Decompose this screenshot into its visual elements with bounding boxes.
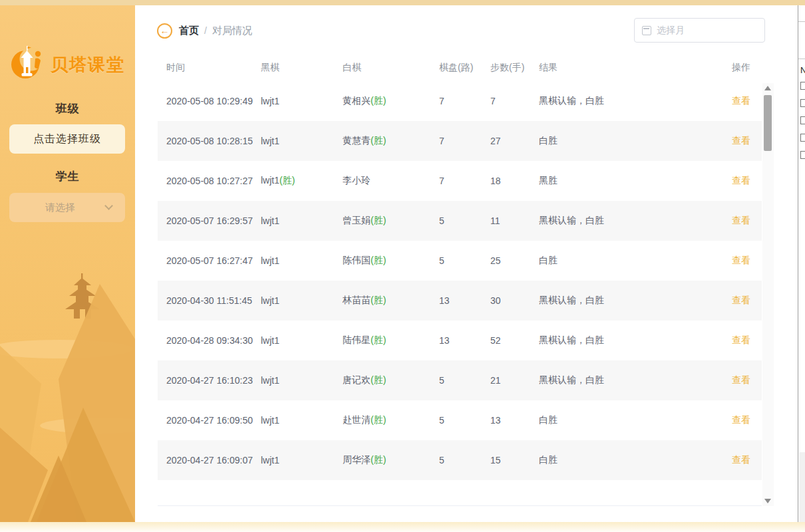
white-win-badge: (胜) — [371, 295, 386, 305]
cell-white-player: 陆伟星(胜) — [343, 334, 439, 346]
breadcrumb-separator: / — [204, 25, 207, 36]
table-row: 2020-05-08 10:27:27 lwjt1(胜) 李小玲 7 18 黑胜… — [158, 161, 762, 201]
header-black: 黑棋 — [261, 62, 343, 74]
app-logo: 贝塔课堂 — [11, 43, 130, 86]
cell-result: 白胜 — [539, 255, 719, 267]
breadcrumb-home[interactable]: 首页 — [179, 25, 199, 37]
white-win-badge: (胜) — [371, 255, 386, 265]
black-player-name: lwjt1 — [261, 136, 279, 146]
scroll-up-icon[interactable] — [764, 86, 771, 90]
cell-black-player: lwjt1 — [261, 415, 343, 426]
white-win-badge: (胜) — [371, 215, 386, 225]
month-picker-input[interactable]: 选择月 — [634, 18, 765, 43]
black-player-name: lwjt1 — [261, 295, 279, 306]
black-player-name: lwjt1 — [261, 415, 279, 426]
cell-action: 查看 — [719, 414, 762, 426]
cell-board-size: 13 — [439, 295, 490, 306]
partial-window-divider — [798, 59, 805, 59]
view-link[interactable]: 查看 — [732, 215, 750, 225]
cell-board-size: 7 — [439, 176, 490, 186]
black-player-name: lwjt1 — [261, 215, 279, 226]
cell-time: 2020-05-07 16:27:47 — [158, 255, 261, 266]
table-row: 2020-04-27 16:10:23 lwjt1 唐记欢(胜) 5 21 黑棋… — [158, 360, 762, 400]
view-link[interactable]: 查看 — [732, 454, 750, 465]
table-row: 2020-05-07 16:29:57 lwjt1 曾玉娟(胜) 5 11 黑棋… — [158, 201, 762, 241]
cell-result: 黑棋认输，白胜 — [539, 374, 719, 386]
cell-white-player: 林苗苗(胜) — [343, 295, 439, 307]
black-player-name: lwjt1 — [261, 96, 279, 106]
view-link[interactable]: 查看 — [732, 374, 750, 385]
partial-checkbox[interactable] — [800, 134, 805, 142]
partial-checkbox[interactable] — [800, 82, 805, 90]
white-player-name: 曾玉娟 — [343, 215, 371, 225]
cell-black-player: lwjt1 — [261, 215, 343, 226]
cell-time: 2020-04-28 09:34:30 — [158, 335, 261, 346]
view-link[interactable]: 查看 — [732, 414, 750, 425]
view-link[interactable]: 查看 — [732, 295, 750, 305]
white-win-badge: (胜) — [371, 454, 386, 465]
cell-black-player: lwjt1 — [261, 255, 343, 266]
cell-black-player: lwjt1 — [261, 335, 343, 346]
white-player-name: 周华泽 — [343, 454, 371, 465]
cell-black-player: lwjt1(胜) — [261, 175, 343, 187]
table-scrollbar[interactable] — [762, 83, 774, 506]
cell-moves: 21 — [490, 375, 539, 386]
cell-board-size: 5 — [439, 215, 490, 226]
view-link[interactable]: 查看 — [732, 334, 750, 345]
cell-black-player: lwjt1 — [261, 295, 343, 306]
cell-time: 2020-04-30 11:51:45 — [158, 295, 261, 306]
cell-moves: 13 — [490, 415, 539, 426]
cell-action: 查看 — [719, 215, 762, 227]
cell-time: 2020-05-07 16:29:57 — [158, 215, 261, 226]
cell-white-player: 曾玉娟(胜) — [343, 215, 439, 227]
white-player-name: 黄慧青 — [343, 135, 371, 146]
partial-window-label: N — [800, 65, 805, 75]
black-win-badge: (胜) — [279, 175, 295, 186]
back-button[interactable]: ← — [157, 23, 172, 39]
table-row: 2020-04-28 09:34:30 lwjt1 陆伟星(胜) 13 52 黑… — [158, 321, 762, 360]
view-link[interactable]: 查看 — [732, 135, 750, 146]
month-picker-placeholder: 选择月 — [657, 25, 685, 37]
header-result: 结果 — [539, 62, 719, 74]
view-link[interactable]: 查看 — [732, 175, 750, 186]
mountain-art — [0, 256, 135, 522]
breadcrumb-current: 对局情况 — [212, 25, 252, 37]
partial-checkbox[interactable] — [800, 151, 805, 159]
top-strip — [0, 0, 805, 5]
calendar-icon — [642, 26, 651, 35]
cell-result: 白胜 — [539, 135, 719, 147]
scrollbar-thumb[interactable] — [764, 95, 772, 151]
black-player-name: lwjt1 — [261, 175, 279, 186]
cell-time: 2020-05-08 10:29:49 — [158, 96, 261, 106]
partial-checkbox[interactable] — [800, 116, 805, 124]
cell-black-player: lwjt1 — [261, 96, 343, 106]
view-link[interactable]: 查看 — [732, 255, 750, 265]
cell-board-size: 5 — [439, 415, 490, 426]
student-select[interactable]: 请选择 — [9, 193, 125, 222]
cell-white-player: 周华泽(胜) — [343, 454, 439, 466]
cell-time: 2020-04-27 16:09:50 — [158, 415, 261, 426]
cell-result: 黑棋认输，白胜 — [539, 295, 719, 307]
cell-result: 黑棋认输，白胜 — [539, 334, 719, 346]
cell-action: 查看 — [719, 95, 762, 107]
scroll-down-icon[interactable] — [764, 499, 771, 503]
cell-moves: 15 — [490, 455, 539, 466]
select-class-button[interactable]: 点击选择班级 — [9, 124, 125, 154]
tower-crescent-logo-icon — [11, 42, 45, 87]
cell-board-size: 5 — [439, 255, 490, 266]
cell-result: 黑棋认输，白胜 — [539, 95, 719, 107]
main-content: ← 首页 / 对局情况 选择月 时间 黑棋 白棋 棋盘(路) 步数(手) 结果 … — [135, 5, 798, 522]
cell-time: 2020-04-27 16:09:07 — [158, 455, 261, 466]
table-row: 2020-04-27 16:09:07 lwjt1 周华泽(胜) 5 15 白胜… — [158, 440, 762, 480]
cell-time: 2020-04-27 16:10:23 — [158, 375, 261, 386]
view-link[interactable]: 查看 — [732, 95, 750, 106]
cell-result: 白胜 — [539, 414, 719, 426]
app-logo-text: 贝塔课堂 — [51, 53, 125, 76]
breadcrumb: ← 首页 / 对局情况 — [157, 21, 252, 40]
partial-checkbox[interactable] — [800, 99, 805, 107]
table-row: 2020-04-27 16:09:50 lwjt1 赴世清(胜) 5 13 白胜… — [158, 400, 762, 440]
cell-action: 查看 — [719, 175, 762, 187]
white-player-name: 唐记欢 — [343, 374, 371, 385]
cell-moves: 18 — [490, 176, 539, 186]
white-win-badge: (胜) — [371, 334, 386, 345]
